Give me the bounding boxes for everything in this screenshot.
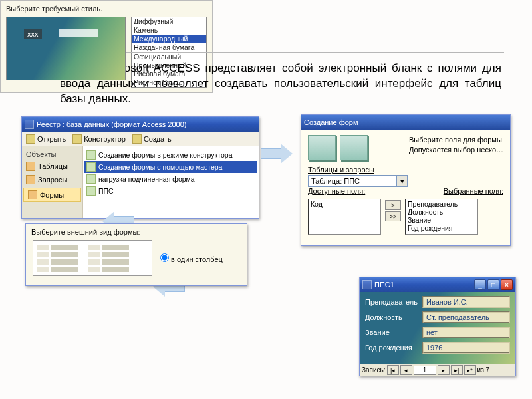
open-icon <box>26 134 35 144</box>
preview-field <box>59 29 98 37</box>
form-titlebar[interactable]: ППС1 _ □ × <box>360 277 515 292</box>
minimize-button[interactable]: _ <box>474 279 486 290</box>
wizard-graphic-icon <box>308 135 336 160</box>
query-icon <box>26 175 35 184</box>
selected-fields-list[interactable]: Преподаватель Должность Звание Год рожде… <box>405 199 478 235</box>
form-title: ППС1 <box>374 281 394 289</box>
sidebar-item-tables[interactable]: Таблицы <box>22 160 82 173</box>
field-value[interactable]: нет <box>422 327 510 338</box>
field-value[interactable]: Иванов И.С. <box>422 296 510 308</box>
form-icon <box>86 174 96 184</box>
design-icon <box>72 134 82 144</box>
layout-radio-column[interactable]: в один столбец <box>160 253 223 263</box>
nav-first-button[interactable]: |◂ <box>387 365 399 375</box>
radio-input[interactable] <box>160 253 169 262</box>
form-icon <box>86 186 96 196</box>
field-label: Год рождения <box>365 344 422 352</box>
form-body: ПреподавательИванов И.С. ДолжностьСт. пр… <box>360 292 515 364</box>
wizard-hint2: Допускается выбор неско… <box>409 145 503 155</box>
wizard-icon <box>86 162 96 172</box>
list-item[interactable]: Создание формы в режиме конструктора <box>84 149 257 161</box>
create-button[interactable]: Создать <box>132 134 172 144</box>
selected-label: Выбранные поля: <box>444 187 503 195</box>
form-wizard-window: Создание форм Выберите поля для формы До… <box>301 114 511 246</box>
list-item[interactable]: нагрузка подчиненная форма <box>84 173 257 185</box>
db-icon <box>25 120 34 129</box>
nav-prev-button[interactable]: ◂ <box>400 365 412 375</box>
list-item[interactable]: Диффузный <box>132 17 206 26</box>
wizard-hint1: Выберите поля для формы <box>409 135 503 145</box>
list-item[interactable]: Камень <box>132 26 206 35</box>
layout-prompt: Выберите внешний вид формы: <box>26 224 247 240</box>
field-value[interactable]: Ст. преподаватель <box>422 311 510 323</box>
sidebar-item-forms[interactable]: Формы <box>23 188 81 202</box>
field-value[interactable]: 1976 <box>422 342 510 354</box>
body-text: Форма Microsoft ACCESS представляет собо… <box>60 61 501 107</box>
list-item[interactable]: Наждачная бумага <box>132 43 206 52</box>
sidebar-heading: Объекты <box>22 149 82 160</box>
nav-current[interactable]: 1 <box>414 366 436 375</box>
sidebar-item-queries[interactable]: Запросы <box>22 173 82 186</box>
create-icon <box>132 134 142 144</box>
body-rest: Microsoft ACCESS представляет собой элек… <box>60 62 501 105</box>
close-button[interactable]: × <box>501 279 513 290</box>
db-titlebar[interactable]: Реестр : база данных (формат Access 2000… <box>22 117 259 132</box>
list-item[interactable]: Международный <box>132 35 206 43</box>
wizard-title: Создание форм <box>304 118 358 126</box>
db-list: Создание формы в режиме конструктора Соз… <box>83 146 259 218</box>
available-label: Доступные поля: <box>308 187 365 195</box>
db-window: Реестр : база данных (формат Access 2000… <box>21 116 259 219</box>
record-navigator: Запись: |◂ ◂ 1 ▸ ▸| ▸* из 7 <box>360 364 515 376</box>
form-icon <box>28 190 37 200</box>
field-label: Преподаватель <box>365 298 422 306</box>
maximize-button[interactable]: □ <box>487 279 499 290</box>
design-button[interactable]: Конструктор <box>72 134 126 144</box>
wizard-titlebar[interactable]: Создание форм <box>301 115 510 130</box>
available-fields-list[interactable]: Код <box>308 199 381 235</box>
nav-new-button[interactable]: ▸* <box>464 365 476 375</box>
field-label: Должность <box>365 313 422 321</box>
nav-next-button[interactable]: ▸ <box>438 365 450 375</box>
list-item[interactable]: Создание формы с помощью мастера <box>84 161 257 173</box>
list-item[interactable]: Официальный <box>132 53 206 61</box>
nav-label: Запись: <box>362 366 386 374</box>
result-form-window: ППС1 _ □ × ПреподавательИванов И.С. Долж… <box>359 277 516 376</box>
arrow-right-icon <box>261 144 293 164</box>
preview-label: xxx <box>24 29 42 39</box>
db-sidebar: Объекты Таблицы Запросы Формы <box>22 146 83 218</box>
nav-last-button[interactable]: ▸| <box>451 365 463 375</box>
layout-step-panel: Выберите внешний вид формы: в один столб… <box>25 223 247 286</box>
chevron-down-icon[interactable]: ▾ <box>396 176 407 186</box>
db-title: Реестр : база данных (формат Access 2000… <box>37 120 186 128</box>
nav-total: из 7 <box>477 366 490 374</box>
tables-combo[interactable]: Таблица: ППС ▾ <box>308 175 408 187</box>
tables-label: Таблицы и запросы <box>308 166 374 174</box>
move-right-button[interactable]: > <box>385 200 401 210</box>
layout-preview <box>33 240 152 276</box>
wizard-icon <box>86 150 96 160</box>
list-item[interactable]: ППС <box>84 185 257 197</box>
open-button[interactable]: Открыть <box>26 134 66 144</box>
field-label: Звание <box>365 329 422 336</box>
form-icon <box>362 280 372 289</box>
wizard-graphic-icon <box>340 135 368 160</box>
table-icon <box>26 162 35 171</box>
db-toolbar: Открыть Конструктор Создать <box>22 132 259 146</box>
move-all-right-button[interactable]: >> <box>385 211 401 221</box>
style-preview: xxx <box>6 17 126 80</box>
